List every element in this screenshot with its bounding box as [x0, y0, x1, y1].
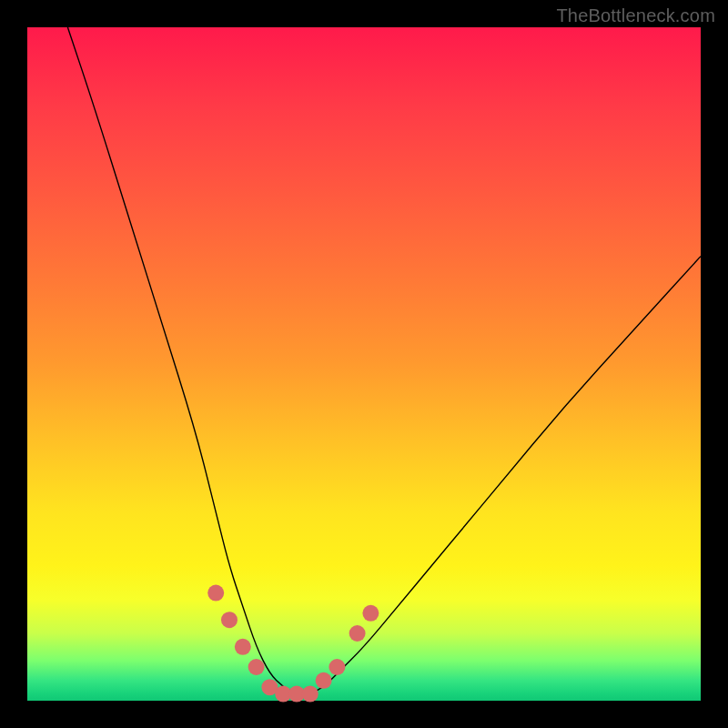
left-arm-dot-2	[221, 612, 238, 628]
marker-group	[207, 585, 379, 703]
chart-stage: TheBottleneck.com	[0, 0, 728, 728]
left-arm-dot-1	[207, 585, 224, 602]
left-arm-dot-3	[235, 639, 251, 655]
right-arm-dot-2	[329, 659, 345, 675]
bottleneck-curve	[67, 27, 701, 694]
left-arm-dot-4	[248, 659, 265, 675]
right-arm-dot-4	[362, 605, 379, 622]
right-arm-dot-1	[316, 672, 332, 689]
watermark-text: TheBottleneck.com	[556, 5, 715, 26]
right-arm-dot-3	[349, 625, 366, 642]
trough-dot-4	[302, 686, 318, 703]
plot-area	[27, 27, 701, 701]
curve-svg	[27, 27, 701, 701]
